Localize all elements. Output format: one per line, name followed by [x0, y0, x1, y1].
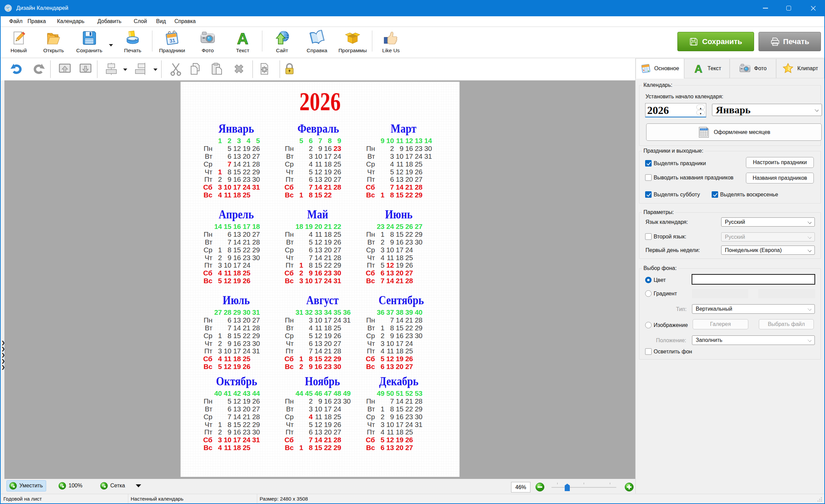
svg-text:A: A	[694, 63, 702, 74]
